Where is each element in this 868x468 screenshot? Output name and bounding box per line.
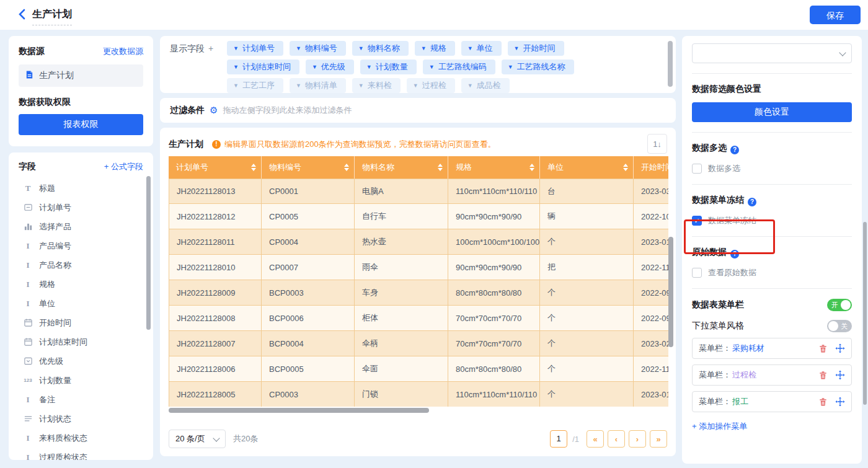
back-icon[interactable] xyxy=(17,9,27,21)
table-row[interactable]: JH20221128010CP0007雨伞90cm*90cm*90/90把202… xyxy=(169,255,668,280)
display-field-chip[interactable]: ▼物料名称 xyxy=(352,41,409,56)
field-item[interactable]: I产品名称 xyxy=(19,255,143,275)
field-item[interactable]: 优先级 xyxy=(19,351,143,371)
chevron-down-icon[interactable]: ▼ xyxy=(233,45,239,51)
field-item[interactable]: 123计划数量 xyxy=(19,371,143,390)
menu-name[interactable]: 过程检 xyxy=(732,369,756,381)
field-item[interactable]: I来料质检状态 xyxy=(19,428,143,448)
help-icon[interactable]: ? xyxy=(730,250,739,258)
page-size-select[interactable]: 20 条/页 xyxy=(169,430,226,448)
chevron-down-icon[interactable]: ▼ xyxy=(296,82,301,89)
delete-icon[interactable] xyxy=(818,397,828,407)
chevron-down-icon[interactable]: ▼ xyxy=(358,45,364,51)
display-fields-scrollbar[interactable] xyxy=(668,41,673,87)
sort-icon[interactable] xyxy=(251,164,256,171)
table-row[interactable]: JH20221128008BCP0006柜体70cm*70cm*70/70个20… xyxy=(169,306,668,331)
display-field-chip[interactable]: ▼计划数量 xyxy=(360,60,417,74)
next-page-button[interactable]: › xyxy=(629,430,646,448)
delete-icon[interactable] xyxy=(818,371,828,380)
field-item[interactable]: 计划单号 xyxy=(19,198,143,217)
chevron-down-icon[interactable]: ▼ xyxy=(429,64,435,70)
color-settings-button[interactable]: 颜色设置 xyxy=(692,102,852,122)
help-icon[interactable]: ? xyxy=(748,198,756,206)
chevron-down-icon[interactable]: ▼ xyxy=(312,64,317,70)
fields-scrollbar[interactable] xyxy=(146,176,151,330)
column-header[interactable]: 单位 xyxy=(540,156,634,179)
chevron-down-icon[interactable]: ▼ xyxy=(296,45,301,51)
field-item[interactable]: I单位 xyxy=(19,294,143,313)
help-icon[interactable]: ? xyxy=(730,146,739,154)
table-row[interactable]: JH20221128009BCP0003车身80cm*80cm*80/80个20… xyxy=(169,280,668,306)
chevron-down-icon[interactable]: ▼ xyxy=(508,64,513,70)
display-field-chip[interactable]: ▼优先级 xyxy=(306,60,354,74)
column-header[interactable]: 物料名称 xyxy=(355,156,448,179)
chevron-down-icon[interactable]: ▼ xyxy=(467,82,473,89)
table-row[interactable]: JH20221128007BCP0004伞柄70cm*70cm*70/70个20… xyxy=(169,331,668,356)
chevron-down-icon[interactable]: ▼ xyxy=(413,82,418,89)
add-display-field-button[interactable]: + xyxy=(208,43,213,53)
column-header[interactable]: 物料编号 xyxy=(262,156,355,179)
sort-icon[interactable] xyxy=(438,164,443,171)
datasource-item[interactable]: 生产计划 xyxy=(19,64,143,87)
chevron-down-icon[interactable]: ▼ xyxy=(514,45,520,51)
report-permission-button[interactable]: 报表权限 xyxy=(19,114,143,135)
first-page-button[interactable]: « xyxy=(587,430,604,448)
dropdown-style-toggle[interactable]: 关 xyxy=(827,320,852,332)
chevron-down-icon[interactable]: ▼ xyxy=(366,64,372,70)
raw-data-checkbox[interactable] xyxy=(692,268,702,278)
field-item[interactable]: 计划状态 xyxy=(19,409,143,428)
move-icon[interactable] xyxy=(835,397,845,407)
chevron-down-icon[interactable]: ▼ xyxy=(233,82,239,89)
table-menu-toggle[interactable]: 开 xyxy=(827,299,852,311)
display-field-chip[interactable]: ▼计划单号 xyxy=(227,41,283,56)
table-horizontal-scrollbar[interactable] xyxy=(169,408,429,413)
table-row[interactable]: JH20221128011CP0004热水壶100cm*100cm*100/10… xyxy=(169,229,668,255)
display-field-chip[interactable]: ▼开始时间 xyxy=(508,41,564,56)
field-item[interactable]: I规格 xyxy=(19,275,143,294)
sort-order-button[interactable]: 1↓ xyxy=(647,134,667,154)
multi-select-checkbox[interactable] xyxy=(692,164,702,174)
table-row[interactable]: JH20221128012CP0005自行车90cm*90cm*90/90辆20… xyxy=(169,204,668,229)
save-button[interactable]: 保存 xyxy=(810,6,861,24)
table-vertical-scrollbar[interactable] xyxy=(668,237,673,347)
menu-name[interactable]: 采购耗材 xyxy=(732,343,764,354)
display-field-chip[interactable]: ▼规格 xyxy=(415,41,455,56)
display-field-chip[interactable]: ▼工艺路线名称 xyxy=(502,60,574,74)
field-item[interactable]: I备注 xyxy=(19,390,143,409)
last-page-button[interactable]: » xyxy=(650,430,667,448)
gear-icon[interactable]: ⚙ xyxy=(210,105,218,116)
table-row[interactable]: JH20221128006BCP0005伞面80cm*80cm*80/80个20… xyxy=(169,356,668,382)
field-item[interactable]: I过程质检状态 xyxy=(19,448,143,460)
column-header[interactable]: 规格 xyxy=(448,156,540,179)
delete-icon[interactable] xyxy=(818,344,828,353)
field-item[interactable]: 选择产品 xyxy=(19,217,143,236)
sort-icon[interactable] xyxy=(623,164,628,171)
table-row[interactable]: JH20221128013CP0001电脑A110cm*110cm*110/11… xyxy=(169,179,668,204)
display-field-chip[interactable]: ▼单位 xyxy=(461,41,502,56)
add-formula-field-link[interactable]: + 公式字段 xyxy=(104,161,143,172)
column-header[interactable]: 计划单号 xyxy=(169,156,262,179)
menu-name[interactable]: 报工 xyxy=(732,396,748,407)
chevron-down-icon[interactable]: ▼ xyxy=(358,82,364,89)
prev-page-button[interactable]: ‹ xyxy=(608,430,625,448)
add-action-menu-link[interactable]: + 添加操作菜单 xyxy=(692,421,852,432)
display-field-chip[interactable]: ▼计划结束时间 xyxy=(227,60,299,74)
chevron-down-icon[interactable]: ▼ xyxy=(467,45,473,51)
field-item[interactable]: 计划结束时间 xyxy=(19,332,143,351)
move-icon[interactable] xyxy=(835,370,845,380)
page-scrollbar[interactable] xyxy=(863,222,867,405)
sort-icon[interactable] xyxy=(344,164,349,171)
change-datasource-link[interactable]: 更改数据源 xyxy=(103,46,143,57)
chevron-down-icon[interactable]: ▼ xyxy=(421,45,427,51)
display-field-chip[interactable]: ▼物料编号 xyxy=(290,41,346,56)
menu-freeze-checkbox[interactable]: ✓ xyxy=(692,216,702,226)
move-icon[interactable] xyxy=(835,343,845,353)
component-select[interactable] xyxy=(692,43,852,63)
field-item[interactable]: T标题 xyxy=(19,179,143,198)
field-item[interactable]: I产品编号 xyxy=(19,236,143,255)
chevron-down-icon[interactable]: ▼ xyxy=(233,64,239,70)
table-row[interactable]: JH20221128005CP0003门锁110cm*110cm*110/110… xyxy=(169,382,668,407)
page-input[interactable]: 1 xyxy=(550,430,567,448)
display-field-chip[interactable]: ▼工艺路线编码 xyxy=(423,60,495,74)
sort-icon[interactable] xyxy=(529,164,534,171)
